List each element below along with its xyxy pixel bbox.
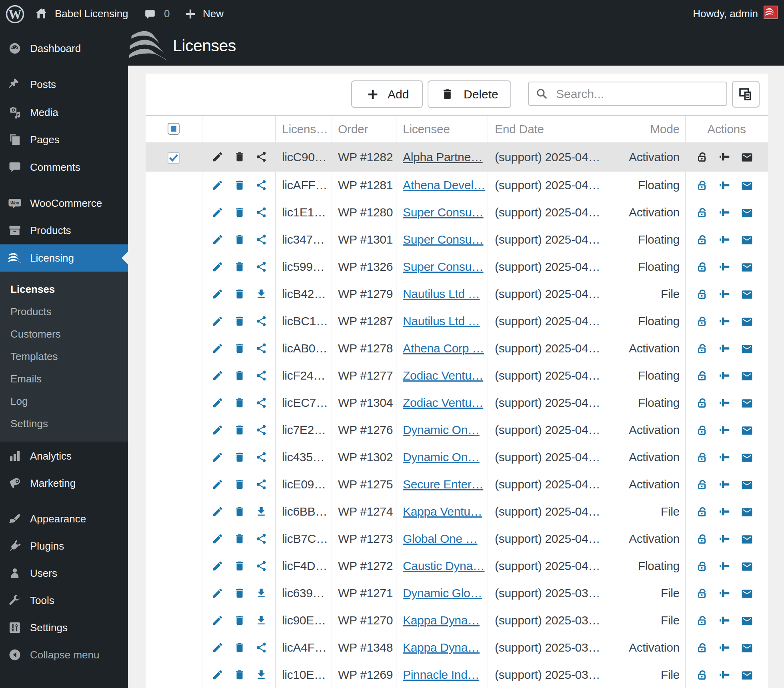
svg-text:Woo: Woo — [10, 201, 20, 205]
svg-text:W: W — [8, 7, 22, 22]
